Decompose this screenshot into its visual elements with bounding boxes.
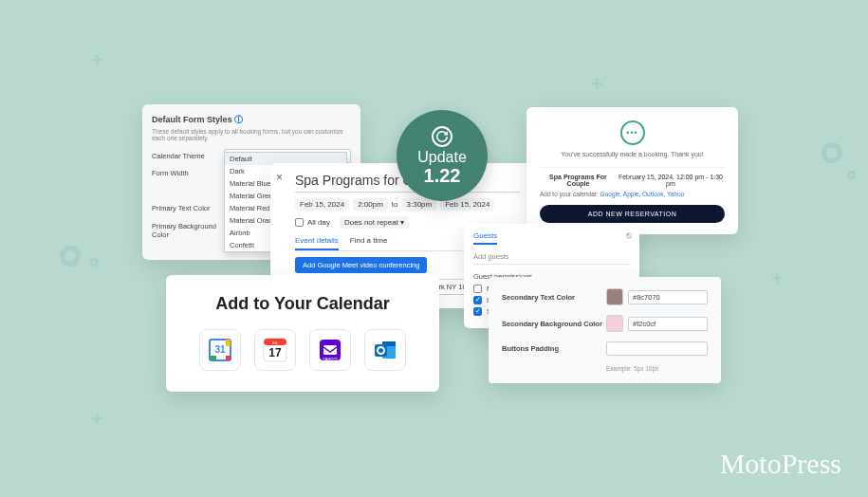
event-time-start[interactable]: 2:00pm (353, 198, 388, 211)
add-guests-input[interactable]: Add guests (473, 249, 630, 265)
decoration-plus: + (91, 50, 103, 71)
pbc-label: Primary Background Color (152, 222, 224, 239)
decoration-plus: + (591, 74, 603, 95)
booking-confirmation-panel: ••• You've successfully made a booking. … (526, 107, 738, 234)
add-to-calendar-panel: Add to Your Calendar 31 JUL17 YAHOO! (166, 275, 439, 392)
bp-example: Example: 5px 10px (606, 365, 708, 372)
svg-text:YAHOO!: YAHOO! (323, 357, 337, 361)
add-to-calendar-heading: Add to Your Calendar (189, 294, 416, 314)
add-to-calendar-line: Add to your calendar: Google, Apple, Out… (540, 191, 725, 197)
google-calendar-icon[interactable]: 31 (199, 329, 241, 371)
decoration-plus: + (91, 409, 103, 430)
svg-text:JUL: JUL (271, 341, 279, 345)
apple-calendar-icon[interactable]: JUL17 (254, 329, 296, 371)
svg-rect-14 (375, 344, 387, 357)
badge-line1: Update (417, 149, 467, 166)
stc-label: Secondary Text Color (502, 293, 606, 302)
brand-logo: MotoPress (720, 448, 841, 480)
event-date-start[interactable]: Feb 15, 2024 (295, 198, 349, 211)
add-meet-button[interactable]: Add Google Meet video conferencing (295, 257, 427, 273)
width-label: Form Width (152, 169, 224, 177)
tab-guests[interactable]: Guests (473, 231, 497, 245)
svg-rect-10 (323, 345, 337, 355)
form-styles-sub: These default styles apply to all bookin… (152, 128, 351, 141)
outlook-calendar-icon[interactable] (364, 329, 406, 371)
svg-rect-1 (210, 356, 216, 360)
color-settings-panel: Secondary Text Color #8c7070 Secondary B… (489, 277, 721, 383)
form-styles-heading: Default Form Styles ⓘ (152, 114, 351, 126)
event-time-end[interactable]: 3:30pm (402, 198, 437, 211)
yahoo-calendar-icon[interactable]: YAHOO! (309, 329, 351, 371)
sbc-input[interactable]: #f2c0cf (628, 317, 708, 331)
svg-rect-3 (226, 356, 231, 360)
svg-text:17: 17 (268, 346, 282, 359)
add-new-reservation-button[interactable]: ADD NEW RESERVATION (540, 205, 725, 223)
stc-input[interactable]: #8c7070 (628, 290, 708, 304)
decoration-plus: + (771, 268, 784, 289)
ptc-label: Primary Text Color (152, 204, 224, 212)
calendar-links[interactable]: Google, Apple, Outlook, Yahoo (600, 191, 685, 197)
bp-label: Buttons Padding (502, 344, 606, 353)
refresh-icon (432, 126, 452, 147)
allday-label: All day (307, 218, 330, 227)
badge-line2: 1.22 (424, 166, 461, 185)
tab-find-time[interactable]: Find a time (350, 236, 388, 250)
close-icon[interactable]: × (276, 171, 283, 184)
decoration-circle (847, 171, 856, 179)
sbc-label: Secondary Background Color (502, 320, 606, 328)
sbc-swatch[interactable] (606, 315, 623, 332)
success-message: You've successfully made a booking. Than… (540, 151, 725, 157)
stc-swatch[interactable] (606, 288, 623, 305)
svg-text:31: 31 (214, 344, 226, 355)
bp-input[interactable] (606, 341, 708, 356)
booking-name: Spa Programs For Couple (540, 174, 617, 187)
booking-datetime: February 15, 2024, 12:00 pm - 1:30 pm (617, 174, 725, 187)
decoration-circle (60, 246, 81, 267)
perm-see-checkbox[interactable] (473, 307, 482, 316)
chat-bubble-icon: ••• (620, 120, 645, 145)
tab-event-details[interactable]: Event details (295, 236, 339, 250)
decoration-circle (822, 142, 842, 163)
repeat-select[interactable]: Does not repeat ▾ (340, 216, 409, 229)
update-badge: Update 1.22 (397, 110, 488, 201)
perm-invite-checkbox[interactable] (473, 296, 482, 304)
theme-label: Calendar Theme (152, 152, 224, 160)
location-pin-icon: ⎋ (626, 230, 632, 240)
allday-checkbox[interactable] (295, 218, 304, 227)
svg-rect-2 (226, 340, 231, 346)
decoration-circle (90, 258, 99, 267)
perm-modify-checkbox[interactable] (473, 285, 482, 293)
